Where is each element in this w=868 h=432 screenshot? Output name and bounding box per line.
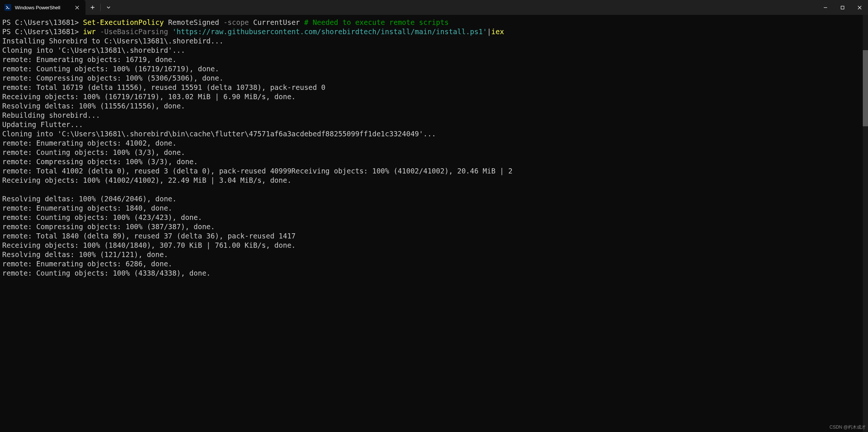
powershell-icon	[4, 4, 11, 11]
terminal-area: PS C:\Users\13681> Set-ExecutionPolicy R…	[0, 15, 868, 432]
window-controls	[817, 0, 868, 15]
tab-title: Windows PowerShell	[15, 5, 70, 10]
scrollbar-thumb[interactable]	[863, 50, 868, 126]
terminal-window: Windows PowerShell	[0, 0, 868, 432]
titlebar-drag-area[interactable]	[116, 0, 817, 15]
tab-dropdown-button[interactable]	[101, 0, 116, 15]
close-tab-icon[interactable]	[74, 4, 80, 11]
close-window-button[interactable]	[851, 0, 868, 15]
tab-powershell[interactable]: Windows PowerShell	[0, 0, 85, 15]
terminal-output[interactable]: PS C:\Users\13681> Set-ExecutionPolicy R…	[0, 15, 868, 432]
maximize-button[interactable]	[834, 0, 851, 15]
svg-rect-0	[841, 6, 844, 9]
titlebar: Windows PowerShell	[0, 0, 868, 15]
minimize-button[interactable]	[817, 0, 834, 15]
watermark-text: CSDN @朽木成才	[829, 424, 866, 431]
separator	[100, 4, 101, 11]
tabbar-actions	[85, 0, 116, 15]
new-tab-button[interactable]	[85, 0, 100, 15]
scrollbar-track[interactable]	[863, 15, 868, 432]
